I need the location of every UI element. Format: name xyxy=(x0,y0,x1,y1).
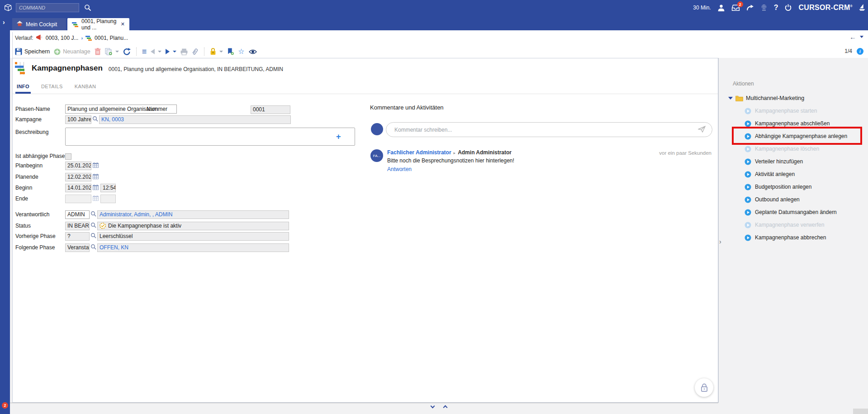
print-button[interactable] xyxy=(180,48,188,55)
help-icon[interactable]: ? xyxy=(774,4,778,12)
lock-dropdown-icon[interactable] xyxy=(219,51,223,52)
power-icon[interactable] xyxy=(784,4,792,12)
comment-timestamp: vor ein paar Sekunden xyxy=(659,150,711,156)
comment-input[interactable] xyxy=(394,127,698,133)
save-button[interactable]: Speichern xyxy=(15,48,50,55)
record-pager: 1/4 xyxy=(844,48,852,54)
tab-record-active[interactable]: 0001, Planung und ... ✕ xyxy=(67,18,129,30)
search-lookup-icon[interactable] xyxy=(92,116,98,123)
favorite-button[interactable]: ☆ xyxy=(238,48,244,55)
history-dropdown-icon[interactable] xyxy=(860,36,863,38)
info-icon[interactable]: i xyxy=(857,48,863,55)
breadcrumb-separator-icon: › xyxy=(81,35,83,41)
tab-info[interactable]: INFO xyxy=(15,82,31,94)
status-label: Status xyxy=(15,223,31,229)
inbox-icon[interactable]: 2 xyxy=(731,4,740,11)
prev-record-button[interactable] xyxy=(151,49,161,54)
bookmark-add-button[interactable] xyxy=(227,48,234,55)
action-item-label: Abhängige Kampagnenphase anlegen xyxy=(755,133,847,139)
ist-abhaengige-phase-checkbox[interactable] xyxy=(65,153,71,160)
action-item[interactable]: Kampagnenphase starten xyxy=(718,105,868,117)
tab-close-icon[interactable]: ✕ xyxy=(121,21,125,27)
search-lookup-icon[interactable] xyxy=(90,244,96,251)
calendar-icon[interactable] xyxy=(93,195,99,202)
search-lookup-icon[interactable] xyxy=(90,233,96,240)
breadcrumb-item-campaign[interactable]: 0003, 100 J... xyxy=(46,35,79,41)
lock-fab-button[interactable] xyxy=(695,378,713,397)
comment-recipient: Admin Administrator xyxy=(458,149,512,156)
calendar-icon[interactable] xyxy=(93,174,99,181)
verantwortlich-input[interactable] xyxy=(65,210,90,219)
refresh-button[interactable] xyxy=(123,48,131,56)
lock-button[interactable] xyxy=(210,48,223,55)
next-dropdown-icon[interactable] xyxy=(173,51,176,52)
action-item[interactable]: Kampagnenphase löschen xyxy=(718,143,868,155)
network-icon[interactable] xyxy=(760,4,768,11)
action-item[interactable]: Outbound anlegen xyxy=(718,193,868,206)
prev-dropdown-icon[interactable] xyxy=(158,51,161,52)
new-record-button[interactable]: Neuanlage xyxy=(54,48,90,55)
actions-group-multichannel[interactable]: Multichannel-Marketing xyxy=(728,95,804,101)
action-item[interactable]: Geplante Datumsangaben ändern xyxy=(718,206,868,219)
search-icon[interactable] xyxy=(84,4,91,13)
action-item[interactable]: Budgetposition anlegen xyxy=(718,181,868,193)
comment-header: Fachlicher Administrator▸Admin Administr… xyxy=(387,149,512,156)
inbox-badge: 2 xyxy=(737,1,743,7)
prev-icon xyxy=(151,49,155,54)
action-item[interactable]: Abhängige Kampagnenphase anlegen xyxy=(718,130,868,143)
record-panel: Kampagnenphasen 0001, Planung und allgem… xyxy=(12,58,718,403)
brand-logo-text: CURSOR-CRM® xyxy=(798,4,853,12)
kampagne-label: Kampagne xyxy=(15,116,42,123)
search-lookup-icon[interactable] xyxy=(90,222,96,229)
action-item[interactable]: Aktivität anlegen xyxy=(718,168,868,181)
copy-dropdown-icon[interactable] xyxy=(115,51,119,52)
actions-title: Aktionen xyxy=(733,81,754,87)
beginn-date-field[interactable]: 14.01.2021 xyxy=(65,184,91,192)
new-record-label: Neuanlage xyxy=(63,48,90,55)
user-icon[interactable] xyxy=(717,4,725,12)
send-icon[interactable] xyxy=(698,126,706,134)
beschreibung-textarea[interactable] xyxy=(65,128,355,146)
menu-button[interactable]: ≡ xyxy=(142,48,147,56)
next-record-button[interactable] xyxy=(166,49,176,54)
action-item-label: Kampagnenphase löschen xyxy=(755,146,819,152)
tab-details[interactable]: DETAILS xyxy=(40,82,64,94)
tab-bar: › Mein Cockpit 0001, Planung und ... ✕ xyxy=(0,15,868,30)
ende-time-field[interactable] xyxy=(100,195,116,203)
add-text-icon[interactable]: + xyxy=(336,133,341,141)
verantwortlich-link[interactable]: Administrator, Admin, , ADMIN xyxy=(100,211,172,218)
planbeginn-date-field[interactable]: 25.01.2021 xyxy=(65,162,91,170)
comment-author-link[interactable]: Fachlicher Administrator xyxy=(387,149,451,156)
tree-expand-icon xyxy=(728,97,733,100)
floppy-icon xyxy=(15,48,22,55)
toolbar: Speichern Neuanlage ≡ xyxy=(15,45,257,58)
action-item[interactable]: Verteiler hinzufügen xyxy=(718,155,868,168)
breadcrumb-item-phase[interactable]: 0001, Planu... xyxy=(95,35,128,41)
app-cube-icon[interactable] xyxy=(4,4,12,13)
next-icon xyxy=(166,49,170,54)
action-item[interactable]: Kampagnenphase verwerfen xyxy=(718,219,868,231)
action-item[interactable]: Kampagnenphase abschließen xyxy=(718,117,868,130)
search-lookup-icon[interactable] xyxy=(90,211,96,218)
beginn-time-field[interactable]: 12:54 xyxy=(100,184,116,192)
vorherige-phase-label: Vorherige Phase xyxy=(15,233,56,239)
tab-mein-cockpit[interactable]: Mein Cockpit xyxy=(12,18,66,30)
tab-kanban[interactable]: KANBAN xyxy=(73,82,98,94)
copy-button[interactable] xyxy=(105,48,119,55)
redo-icon[interactable] xyxy=(746,5,754,11)
comment-reply-link[interactable]: Antworten xyxy=(387,166,412,172)
history-back-icon[interactable]: ← xyxy=(849,33,856,41)
planende-date-field[interactable]: 12.02.2021 xyxy=(65,173,91,181)
kampagne-link[interactable]: KN, 0003 xyxy=(101,116,124,123)
command-input[interactable] xyxy=(16,3,79,12)
calendar-icon[interactable] xyxy=(93,185,99,191)
watch-button[interactable] xyxy=(249,49,257,55)
vorherige-key-field: ? xyxy=(65,232,90,241)
attachment-button[interactable] xyxy=(192,48,199,55)
ende-date-field[interactable] xyxy=(65,195,91,203)
delete-button[interactable] xyxy=(95,48,101,55)
folgende-link[interactable]: OFFEN, KN xyxy=(100,244,128,251)
action-item[interactable]: Kampagnenphase abbrechen xyxy=(718,231,868,244)
tab-overflow-icon[interactable]: › xyxy=(3,19,5,26)
calendar-icon[interactable] xyxy=(93,162,99,169)
